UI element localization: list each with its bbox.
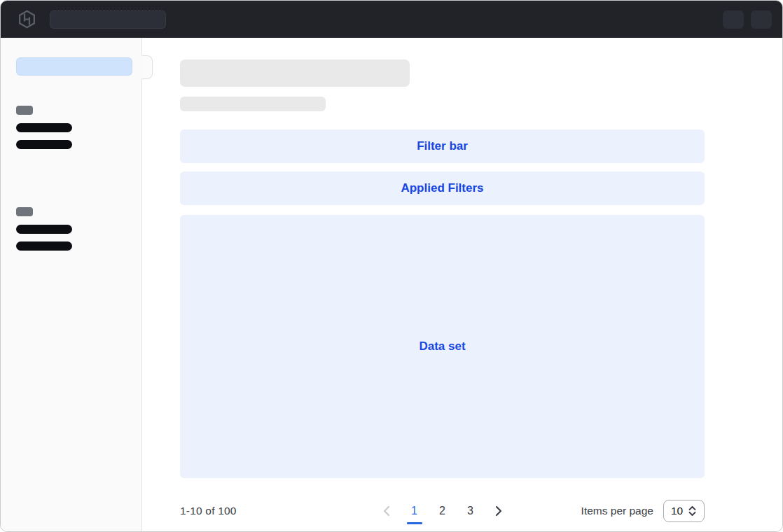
page-button-1[interactable]: 1 (401, 497, 429, 525)
navbar-action-placeholder-2[interactable] (751, 10, 772, 29)
applied-filters-label: Applied Filters (401, 181, 483, 195)
pagination-bar: 1-10 of 100 1 2 3 (180, 495, 705, 527)
items-per-page-value: 10 (671, 505, 683, 517)
sidebar (1, 38, 142, 532)
top-navbar (1, 1, 782, 38)
sidebar-group-title-skeleton (16, 106, 33, 115)
navbar-search-placeholder[interactable] (50, 10, 166, 29)
filter-bar-section: Filter bar (180, 130, 705, 163)
sidebar-nav-item-skeleton (16, 241, 72, 251)
sidebar-group-title-skeleton (16, 207, 33, 216)
page-button-3[interactable]: 3 (457, 497, 485, 525)
prev-page-button[interactable] (373, 497, 401, 525)
sidebar-nav-group (1, 106, 141, 149)
navbar-action-placeholder-1[interactable] (723, 10, 744, 29)
sidebar-nav-group (1, 207, 141, 251)
pager: 1 2 3 (373, 497, 513, 525)
sidebar-nav-item-skeleton (16, 123, 72, 132)
sidebar-selected-item-skeleton (16, 57, 132, 76)
items-per-page-label: Items per page (581, 505, 653, 517)
items-per-page-control: Items per page 10 (513, 500, 705, 522)
main-content: Filter bar Applied Filters Data set 1-10… (142, 38, 782, 532)
filter-bar-label: Filter bar (417, 139, 468, 153)
navbar-actions (723, 10, 772, 29)
applied-filters-section: Applied Filters (180, 172, 705, 205)
chevron-right-icon (494, 505, 503, 517)
sidebar-nav-item-skeleton (16, 140, 72, 149)
page-button-2[interactable]: 2 (429, 497, 457, 525)
app-window: Filter bar Applied Filters Data set 1-10… (0, 0, 783, 532)
sidebar-toggle-button[interactable] (141, 55, 153, 79)
items-per-page-select[interactable]: 10 (663, 500, 705, 522)
pagination-range-label: 1-10 of 100 (180, 505, 373, 517)
next-page-button[interactable] (485, 497, 513, 525)
chevron-left-icon (382, 505, 391, 517)
data-set-section: Data set (180, 215, 705, 478)
caret-updown-icon (688, 505, 697, 517)
page-title-skeleton (180, 59, 410, 87)
data-set-label: Data set (419, 340, 465, 354)
sidebar-nav-item-skeleton (16, 225, 72, 234)
hashicorp-logo-icon (18, 10, 36, 29)
page-subtitle-skeleton (180, 97, 326, 111)
